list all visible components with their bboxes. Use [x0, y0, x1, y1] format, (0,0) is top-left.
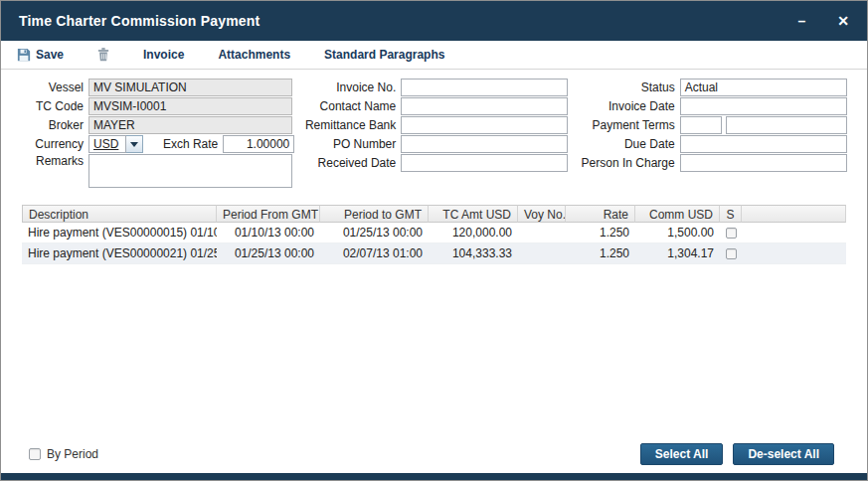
- header-comm[interactable]: Comm USD: [635, 205, 720, 223]
- vessel-field[interactable]: MV SIMULATION: [88, 79, 292, 96]
- toolbar: Save Invoice Attachments Standard Paragr…: [1, 41, 867, 70]
- exch-rate-field[interactable]: 1.00000: [223, 135, 294, 153]
- delete-button[interactable]: [97, 48, 109, 62]
- commission-items-table: Description Period From GMT Period to GM…: [22, 205, 846, 264]
- header-period-to[interactable]: Period to GMT: [320, 205, 429, 223]
- cell-comm: 1,304.17: [635, 246, 720, 260]
- invoice-no-label: Invoice No.: [304, 80, 401, 94]
- standard-paragraphs-button[interactable]: Standard Paragraphs: [324, 48, 444, 62]
- header-period-from[interactable]: Period From GMT: [217, 205, 320, 223]
- currency-label: Currency: [19, 137, 88, 151]
- invoice-date-field[interactable]: [680, 97, 847, 115]
- titlebar: Time Charter Commission Payment – ✕: [1, 1, 867, 41]
- remittance-bank-field[interactable]: [401, 116, 568, 134]
- payment-terms-label: Payment Terms: [579, 118, 680, 132]
- tc-code-field[interactable]: MVSIM-I0001: [88, 97, 292, 115]
- form-column-left: Vessel MV SIMULATION TC Code MVSIM-I0001…: [19, 79, 294, 189]
- vessel-label: Vessel: [19, 80, 88, 94]
- window-title: Time Charter Commission Payment: [19, 13, 766, 29]
- row-select-checkbox[interactable]: [726, 248, 737, 259]
- received-date-label: Received Date: [304, 156, 401, 170]
- attachments-button[interactable]: Attachments: [218, 48, 290, 62]
- form-column-middle: Invoice No. Contact Name Remittance Bank…: [304, 79, 570, 189]
- cell-description: Hire payment (VES00000021) 01/25/1:: [22, 246, 217, 260]
- deselect-all-button[interactable]: De-select All: [733, 443, 834, 465]
- header-tc-amt[interactable]: TC Amt USD: [429, 205, 518, 223]
- po-number-label: PO Number: [304, 137, 401, 151]
- empty-area: [1, 264, 867, 443]
- remittance-bank-label: Remittance Bank: [304, 118, 401, 132]
- broker-label: Broker: [19, 118, 88, 132]
- cell-rate: 1.250: [566, 246, 635, 260]
- cell-tc-amt: 120,000.00: [429, 226, 518, 240]
- cell-period-from: 01/25/13 00:00: [217, 246, 320, 260]
- by-period-label: By Period: [47, 447, 98, 461]
- save-button[interactable]: Save: [17, 48, 64, 62]
- save-label: Save: [36, 48, 64, 62]
- select-all-button[interactable]: Select All: [640, 443, 724, 465]
- trash-icon: [97, 48, 109, 62]
- contact-name-field[interactable]: [401, 97, 568, 115]
- footer: By Period Select All De-select All: [1, 443, 867, 473]
- header-voy-no[interactable]: Voy No.: [518, 205, 566, 223]
- chevron-down-icon[interactable]: [126, 135, 143, 153]
- minimize-button[interactable]: –: [797, 14, 805, 28]
- table-body: Hire payment (VES00000015) 01/10/1: 01/1…: [22, 223, 846, 264]
- remarks-field[interactable]: [88, 154, 292, 188]
- table-header-row: Description Period From GMT Period to GM…: [22, 205, 846, 223]
- cell-period-to: 01/25/13 00:00: [320, 226, 429, 240]
- form-area: Vessel MV SIMULATION TC Code MVSIM-I0001…: [1, 70, 867, 189]
- by-period-option: By Period: [29, 447, 98, 461]
- contact-name-label: Contact Name: [304, 99, 401, 113]
- header-rate[interactable]: Rate: [566, 205, 635, 223]
- exch-rate-label: Exch Rate: [143, 137, 223, 151]
- close-button[interactable]: ✕: [837, 14, 849, 28]
- table-row[interactable]: Hire payment (VES00000015) 01/10/1: 01/1…: [22, 223, 846, 243]
- received-date-field[interactable]: [401, 154, 568, 172]
- cell-comm: 1,500.00: [635, 226, 720, 240]
- time-charter-commission-payment-dialog: Time Charter Commission Payment – ✕ Save…: [0, 0, 868, 481]
- due-date-field[interactable]: [680, 135, 847, 153]
- by-period-checkbox[interactable]: [29, 448, 41, 460]
- invoice-button[interactable]: Invoice: [143, 48, 184, 62]
- tc-code-label: TC Code: [19, 99, 88, 113]
- header-select[interactable]: S: [720, 205, 742, 223]
- status-field[interactable]: Actual: [680, 79, 847, 96]
- payment-terms-code-field[interactable]: [680, 116, 722, 134]
- currency-select[interactable]: USD: [88, 135, 143, 153]
- due-date-label: Due Date: [579, 137, 680, 151]
- window-bottom-edge: [1, 473, 867, 480]
- table-row[interactable]: Hire payment (VES00000021) 01/25/1: 01/2…: [22, 243, 846, 264]
- save-icon: [17, 48, 31, 62]
- currency-value[interactable]: USD: [88, 135, 126, 153]
- cell-period-to: 02/07/13 01:00: [320, 246, 429, 260]
- remarks-label: Remarks: [19, 154, 88, 168]
- form-column-right: Status Actual Invoice Date Payment Terms…: [579, 79, 849, 189]
- cell-tc-amt: 104,333.33: [429, 246, 518, 260]
- invoice-no-field[interactable]: [401, 79, 568, 96]
- broker-field[interactable]: MAYER: [88, 116, 292, 134]
- status-label: Status: [579, 80, 680, 94]
- cell-period-from: 01/10/13 00:00: [217, 226, 320, 240]
- row-select-checkbox[interactable]: [726, 228, 737, 239]
- person-in-charge-label: Person In Charge: [579, 156, 680, 170]
- po-number-field[interactable]: [401, 135, 568, 153]
- payment-terms-desc-field[interactable]: [726, 116, 847, 134]
- header-description[interactable]: Description: [22, 205, 217, 223]
- cell-description: Hire payment (VES00000015) 01/10/1:: [22, 226, 217, 240]
- invoice-date-label: Invoice Date: [579, 99, 680, 113]
- header-filler: [742, 205, 846, 223]
- cell-rate: 1.250: [566, 226, 635, 240]
- person-in-charge-field[interactable]: [680, 154, 847, 172]
